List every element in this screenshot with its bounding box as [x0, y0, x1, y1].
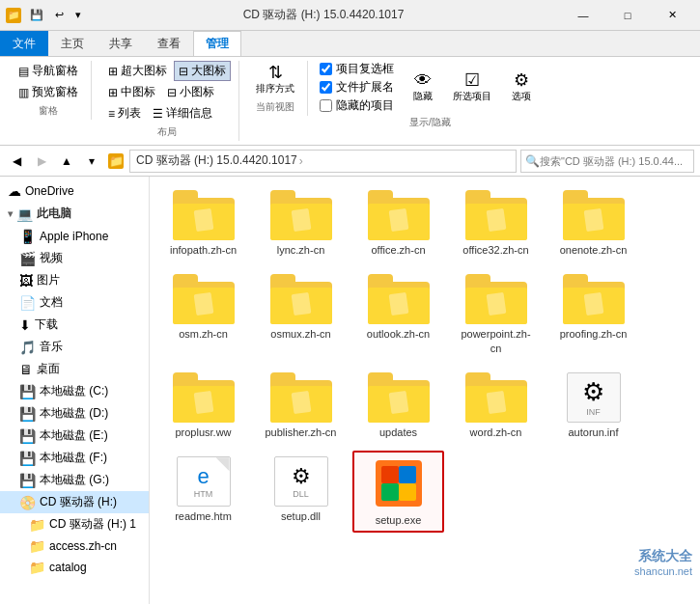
sidebar-thispc[interactable]: ▾ 💻 此电脑 — [0, 202, 149, 226]
sidebar-item-local-e[interactable]: 💾 本地磁盘 (E:) — [0, 425, 149, 447]
sidebar-item-iphone[interactable]: 📱 Apple iPhone — [0, 226, 149, 247]
file-item-proplusr[interactable]: proplusr.ww — [157, 367, 249, 445]
thispc-expand-icon: ▾ — [8, 208, 13, 219]
search-icon: 🔍 — [525, 154, 540, 168]
preview-pane-btn[interactable]: ▥ 预览窗格 — [14, 82, 83, 102]
sidebar-item-cd-sub[interactable]: 📁 CD 驱动器 (H:) 1 — [0, 513, 149, 535]
onedrive-icon: ☁ — [8, 183, 21, 199]
list-btn[interactable]: ≡ 列表 — [103, 103, 146, 124]
video-icon: 🎬 — [19, 251, 36, 266]
ribbon-group-current-view: ⇅ 排序方式 当前视图 — [243, 61, 308, 116]
dropdown-btn[interactable]: ▾ — [70, 7, 86, 23]
file-icon-lync — [270, 190, 332, 240]
main-area: ☁ OneDrive ▾ 💻 此电脑 📱 Apple iPhone 🎬 视频 🖼… — [0, 177, 700, 604]
back-button[interactable]: ◀ — [6, 151, 27, 172]
large-icon-btn[interactable]: ⊟ 大图标 — [174, 61, 231, 81]
file-item-word[interactable]: word.zh-cn — [450, 367, 542, 445]
forward-button[interactable]: ▶ — [31, 151, 52, 172]
file-item-office[interactable]: office.zh-cn — [352, 184, 444, 262]
file-icon-updates — [368, 372, 430, 423]
file-label-lync: lync.zh-cn — [277, 243, 325, 257]
sidebar-item-pictures[interactable]: 🖼 图片 — [0, 269, 149, 291]
catalog-icon: 📁 — [29, 560, 45, 575]
sidebar-item-music[interactable]: 🎵 音乐 — [0, 336, 149, 358]
sidebar-item-downloads[interactable]: ⬇ 下载 — [0, 314, 149, 336]
maximize-button[interactable]: □ — [605, 0, 650, 31]
hidden-checkbox[interactable] — [320, 99, 332, 112]
sort-by-btn[interactable]: ⇅ 排序方式 — [251, 61, 299, 98]
file-label-osm: osm.zh-cn — [179, 327, 228, 341]
file-label-infopath: infopath.zh-cn — [170, 243, 237, 257]
undo-btn[interactable]: ↩ — [50, 7, 69, 23]
tab-manage[interactable]: 管理 — [193, 31, 241, 56]
tab-view[interactable]: 查看 — [145, 31, 193, 56]
file-item-osm[interactable]: osm.zh-cn — [157, 268, 249, 361]
quick-access-btn[interactable]: 💾 — [25, 7, 48, 23]
sidebar-item-docs[interactable]: 📄 文档 — [0, 291, 149, 314]
file-label-office32: office32.zh-cn — [462, 243, 528, 257]
app-icon: 📁 — [6, 8, 21, 23]
path-segment-cd: CD 驱动器 (H:) 15.0.4420.1017 — [136, 152, 297, 169]
file-item-readme[interactable]: e HTM readme.htm — [157, 451, 249, 533]
panes-btns: ▤ 导航窗格 ▥ 预览窗格 — [14, 61, 83, 102]
sidebar-item-cd-drive[interactable]: 📀 CD 驱动器 (H:) — [0, 491, 149, 513]
item-checkbox[interactable] — [320, 63, 332, 75]
file-item-setup-exe[interactable]: setup.exe — [352, 451, 444, 533]
file-item-updates[interactable]: updates — [352, 367, 444, 445]
details-btn[interactable]: ☰ 详细信息 — [148, 103, 217, 124]
sidebar-item-access[interactable]: 📁 access.zh-cn — [0, 535, 149, 557]
item-checkbox-label[interactable]: 项目复选框 — [320, 61, 394, 77]
sidebar-item-local-f[interactable]: 💾 本地磁盘 (F:) — [0, 447, 149, 469]
close-button[interactable]: ✕ — [650, 0, 694, 31]
file-item-onenote[interactable]: onenote.zh-cn — [547, 184, 639, 262]
options-icon: ⚙ — [514, 71, 529, 89]
search-box[interactable]: 🔍 — [520, 150, 694, 173]
thispc-icon: 💻 — [16, 206, 33, 222]
ext-checkbox-label[interactable]: 文件扩展名 — [320, 79, 394, 96]
hide-icon: 👁 — [414, 71, 432, 89]
docs-icon: 📄 — [19, 295, 36, 311]
hidden-checkbox-label[interactable]: 隐藏的项目 — [320, 97, 394, 114]
file-item-powerpoint[interactable]: powerpoint.zh-cn — [450, 268, 542, 361]
file-label-updates: updates — [379, 426, 417, 439]
small-icon-btn[interactable]: ⊟ 小图标 — [162, 82, 219, 102]
file-item-osmux[interactable]: osmux.zh-cn — [255, 268, 347, 361]
file-label-proofing: proofing.zh-cn — [560, 327, 628, 341]
file-icon-readme: e HTM — [177, 456, 231, 507]
sidebar-item-catalog[interactable]: 📁 catalog — [0, 557, 149, 578]
file-item-setup-dll[interactable]: ⚙DLLsetup.dll — [255, 451, 347, 533]
options-btn[interactable]: ⚙ 选项 — [502, 69, 541, 106]
tab-file[interactable]: 文件 — [0, 31, 48, 56]
recent-locations-btn[interactable]: ▾ — [81, 151, 102, 172]
hide-btn[interactable]: 👁 隐藏 — [404, 69, 442, 106]
current-view-content: ⇅ 排序方式 — [251, 61, 299, 98]
search-input[interactable] — [540, 155, 685, 167]
list-icon: ≡ — [108, 107, 115, 121]
sidebar-item-local-c[interactable]: 💾 本地磁盘 (C:) — [0, 380, 149, 402]
file-item-autorun[interactable]: ⚙INFautorun.inf — [547, 367, 639, 445]
nav-pane-btn[interactable]: ▤ 导航窗格 — [14, 61, 83, 81]
file-item-outlook[interactable]: outlook.zh-cn — [352, 268, 444, 361]
address-path[interactable]: CD 驱动器 (H:) 15.0.4420.1017 › — [129, 150, 517, 173]
file-icon-powerpoint — [465, 274, 527, 324]
sidebar-item-local-d[interactable]: 💾 本地磁盘 (D:) — [0, 402, 149, 425]
ext-checkbox[interactable] — [320, 81, 332, 94]
file-item-infopath[interactable]: infopath.zh-cn — [157, 184, 249, 262]
sidebar-item-onedrive[interactable]: ☁ OneDrive — [0, 180, 149, 202]
file-item-office32[interactable]: office32.zh-cn — [450, 184, 542, 262]
selected-items-btn[interactable]: ☑ 所选项目 — [448, 69, 496, 106]
medium-icon-btn[interactable]: ⊞ 中图标 — [103, 82, 160, 102]
sidebar-item-local-g[interactable]: 💾 本地磁盘 (G:) — [0, 469, 149, 491]
up-button[interactable]: ▲ — [56, 151, 77, 172]
sidebar-item-video[interactable]: 🎬 视频 — [0, 247, 149, 269]
sidebar: ☁ OneDrive ▾ 💻 此电脑 📱 Apple iPhone 🎬 视频 🖼… — [0, 177, 150, 604]
file-item-proofing[interactable]: proofing.zh-cn — [547, 268, 639, 361]
minimize-button[interactable]: — — [561, 0, 605, 31]
file-item-publisher[interactable]: publisher.zh-cn — [255, 367, 347, 445]
file-label-onenote: onenote.zh-cn — [560, 243, 628, 257]
tab-share[interactable]: 共享 — [97, 31, 145, 56]
tab-home[interactable]: 主页 — [48, 31, 97, 56]
extra-large-icon-btn[interactable]: ⊞ 超大图标 — [103, 61, 172, 81]
sidebar-item-desktop[interactable]: 🖥 桌面 — [0, 358, 149, 380]
file-item-lync[interactable]: lync.zh-cn — [255, 184, 347, 262]
